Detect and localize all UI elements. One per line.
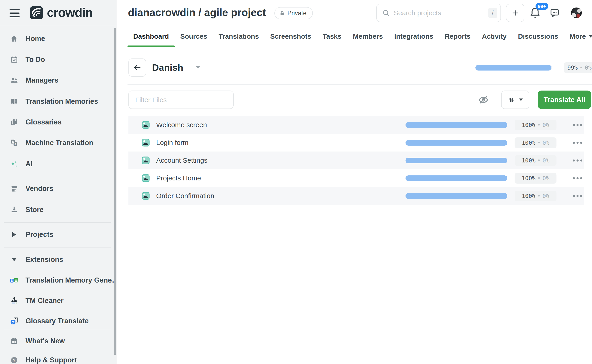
sidebar-item-tm-generator[interactable]: Translation Memory Gene…	[0, 273, 114, 287]
language-name: Danish	[152, 58, 183, 77]
file-progress-badge: 100%•0%	[515, 191, 557, 201]
file-row-login-form[interactable]: Login form 100%•0%	[128, 134, 584, 151]
file-menu-button[interactable]	[571, 169, 584, 187]
sidebar-header: crowdin	[0, 0, 117, 26]
tab-translations[interactable]: Translations	[213, 26, 265, 47]
sidebar-item-translation-memories[interactable]: Translation Memories	[0, 94, 114, 109]
chevron-down-icon	[519, 98, 523, 101]
eye-off-icon	[478, 95, 489, 105]
sidebar-item-extensions[interactable]: Extensions	[0, 253, 114, 267]
privacy-badge: Private	[274, 7, 313, 19]
language-progress-bar	[475, 65, 552, 71]
notification-count-badge: 99+	[536, 3, 548, 10]
search-icon	[382, 9, 390, 17]
chat-icon	[550, 8, 560, 18]
sidebar-item-home[interactable]: Home	[0, 32, 114, 46]
chevron-down-icon	[10, 255, 19, 264]
file-menu-button[interactable]	[571, 134, 584, 151]
sidebar: crowdin Home To Do Managers Translation …	[0, 0, 117, 364]
project-title: dianacrowdin / agile project	[128, 0, 266, 26]
tab-dashboard[interactable]: Dashboard	[127, 26, 175, 47]
crowdin-wordmark: crowdin	[47, 0, 93, 26]
screenshot-file-icon	[142, 156, 150, 164]
tab-integrations[interactable]: Integrations	[388, 26, 439, 47]
sidebar-item-glossary-translate[interactable]: Glossary Translate	[0, 314, 114, 328]
file-name: Welcome screen	[156, 116, 207, 134]
file-list: Welcome screen 100%•0% Login form 100%•0…	[128, 116, 584, 205]
download-store-icon	[10, 205, 19, 214]
file-progress-badge: 100%•0%	[515, 155, 557, 166]
sidebar-item-tm-cleaner[interactable]: TM Cleaner	[0, 294, 114, 308]
file-progress-bar	[406, 122, 507, 128]
sidebar-rule	[4, 247, 111, 247]
toggle-hidden-files-button[interactable]	[478, 95, 489, 105]
managers-people-icon	[10, 76, 19, 85]
tab-activity[interactable]: Activity	[476, 26, 512, 47]
sidebar-item-machine-translation[interactable]: A Machine Translation	[0, 136, 114, 150]
tm-generator-icon	[10, 276, 19, 285]
gift-icon	[10, 337, 19, 345]
sidebar-item-vendors[interactable]: Vendors	[0, 182, 114, 196]
arrow-left-icon	[133, 64, 141, 72]
file-row-account-settings[interactable]: Account Settings 100%•0%	[128, 151, 584, 169]
screenshot-file-icon	[142, 192, 150, 200]
file-menu-button[interactable]	[571, 187, 584, 205]
tab-tasks[interactable]: Tasks	[317, 26, 347, 47]
svg-text:?: ?	[13, 358, 15, 363]
todo-calendar-icon	[10, 55, 19, 64]
tab-sources[interactable]: Sources	[175, 26, 213, 47]
file-row-order-confirmation[interactable]: Order Confirmation 100%•0%	[128, 187, 584, 205]
language-progress-fill	[475, 65, 551, 71]
glossary-book-icon	[10, 118, 19, 127]
create-project-button[interactable]	[506, 4, 524, 22]
tab-more[interactable]: More	[564, 26, 592, 47]
language-dropdown-caret[interactable]	[196, 66, 200, 69]
user-avatar[interactable]	[571, 7, 582, 18]
home-icon	[10, 34, 19, 43]
chevron-right-icon	[10, 230, 19, 239]
sidebar-item-todo[interactable]: To Do	[0, 52, 114, 67]
sidebar-item-ai[interactable]: AI	[0, 157, 114, 171]
tab-discussions[interactable]: Discussions	[512, 26, 564, 47]
file-row-welcome-screen[interactable]: Welcome screen 100%•0%	[128, 116, 584, 134]
file-progress-bar	[406, 176, 507, 181]
file-progress-bar	[406, 158, 507, 163]
sidebar-item-whats-new[interactable]: What's New	[0, 334, 114, 348]
translate-all-button[interactable]: Translate All	[538, 91, 591, 109]
storefront-icon	[10, 184, 19, 193]
open-book-icon	[10, 97, 19, 106]
chevron-down-icon	[589, 35, 592, 38]
sidebar-item-glossaries[interactable]: Glossaries	[0, 115, 114, 129]
filter-files-input[interactable]	[128, 91, 234, 109]
sidebar-item-projects[interactable]: Projects	[0, 228, 114, 242]
file-row-projects-home[interactable]: Projects Home 100%•0%	[128, 169, 584, 187]
screenshot-file-icon	[142, 121, 150, 129]
tab-members[interactable]: Members	[347, 26, 389, 47]
tab-reports[interactable]: Reports	[439, 26, 476, 47]
screenshot-file-icon	[142, 174, 150, 182]
file-progress-bar	[406, 193, 507, 199]
language-progress-badge: 99% • 0%	[564, 62, 592, 73]
sidebar-item-help-support[interactable]: ? Help & Support	[0, 353, 114, 364]
file-menu-button[interactable]	[571, 151, 584, 169]
sort-button[interactable]	[501, 91, 529, 109]
tab-screenshots[interactable]: Screenshots	[265, 26, 317, 47]
machine-translation-icon: A	[10, 138, 19, 147]
file-progress-badge: 100%•0%	[515, 120, 557, 130]
search-bar: /	[376, 4, 501, 22]
crowdin-logo-icon[interactable]	[30, 6, 43, 20]
back-button[interactable]	[128, 58, 146, 77]
help-question-icon: ?	[10, 356, 19, 364]
search-input[interactable]	[394, 9, 488, 17]
tm-cleaner-brush-icon	[10, 296, 19, 305]
menu-toggle-icon[interactable]	[10, 9, 20, 17]
messages-button[interactable]	[550, 8, 560, 18]
sidebar-item-managers[interactable]: Managers	[0, 73, 114, 87]
sidebar-rule	[4, 222, 111, 223]
sidebar-scrollbar[interactable]	[114, 28, 116, 355]
project-tabs: Dashboard Sources Translations Screensho…	[117, 26, 592, 47]
main-content: dianacrowdin / agile project Private / 9…	[117, 0, 592, 364]
file-menu-button[interactable]	[571, 116, 584, 134]
sidebar-item-store[interactable]: Store	[0, 203, 114, 217]
file-progress-bar	[406, 140, 507, 146]
